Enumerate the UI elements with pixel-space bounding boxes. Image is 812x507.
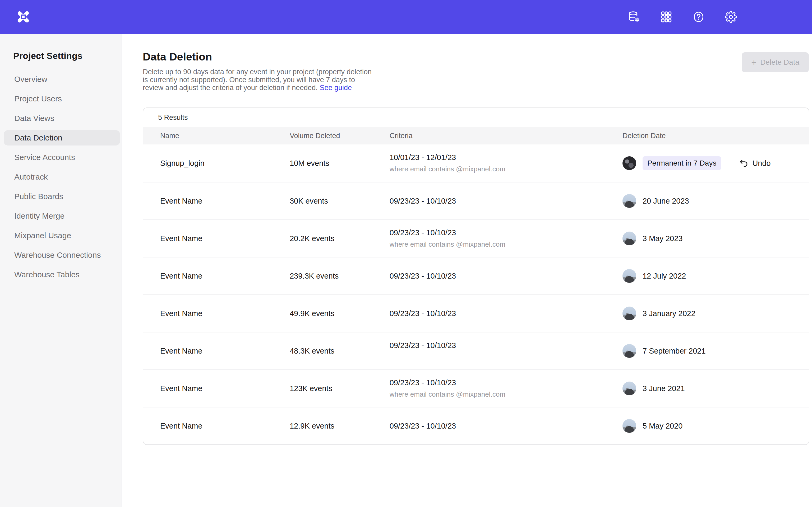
sidebar-item-mixpanel-usage[interactable]: Mixpanel Usage xyxy=(4,228,120,243)
criteria-cell: 09/23/23 - 10/10/23 where email contains… xyxy=(390,228,622,248)
user-avatar xyxy=(622,156,636,170)
user-avatar xyxy=(622,232,636,245)
deletion-date-cell: 20 June 2023 xyxy=(622,194,809,208)
app-window: Project Settings Overview Project Users … xyxy=(0,0,812,507)
sidebar-nav: Overview Project Users Data Views Data D… xyxy=(0,71,121,282)
sidebar-item-warehouse-tables[interactable]: Warehouse Tables xyxy=(4,267,120,282)
deletion-date-cell: Permanent in 7 Days Undo xyxy=(622,156,809,170)
criteria-cell: 09/23/23 - 10/10/23 xyxy=(390,197,622,206)
sidebar-item-service-accounts[interactable]: Service Accounts xyxy=(4,150,120,165)
sidebar-item-data-views[interactable]: Data Views xyxy=(4,111,120,126)
column-header-volume: Volume Deleted xyxy=(290,132,390,140)
user-avatar xyxy=(622,344,636,358)
sidebar-item-public-boards[interactable]: Public Boards xyxy=(4,189,120,204)
name-cell: Event Name xyxy=(143,234,290,243)
sidebar-item-identity-merge[interactable]: Identity Merge xyxy=(4,208,120,224)
table-row: Event Name 20.2K events 09/23/23 - 10/10… xyxy=(143,219,809,257)
undo-icon xyxy=(739,158,749,168)
user-avatar xyxy=(622,194,636,208)
column-header-deletion-date: Deletion Date xyxy=(622,132,809,140)
criteria-cell: 09/23/23 - 10/10/23 xyxy=(390,272,622,280)
table-row: Event Name 30K events 09/23/23 - 10/10/2… xyxy=(143,182,809,219)
page-description: Delete up to 90 days data for any event … xyxy=(143,68,377,92)
user-avatar xyxy=(622,269,636,283)
volume-cell: 12.9K events xyxy=(290,422,390,431)
apps-grid-icon[interactable] xyxy=(660,11,672,23)
user-avatar xyxy=(622,306,636,320)
criteria-cell: 10/01/23 - 12/01/23 where email contains… xyxy=(390,153,622,173)
sidebar-item-warehouse-connections[interactable]: Warehouse Connections xyxy=(4,247,120,263)
name-cell: Event Name xyxy=(143,384,290,393)
table-row: Event Name 49.9K events 09/23/23 - 10/10… xyxy=(143,294,809,332)
criteria-cell: 09/23/23 - 10/10/23 xyxy=(390,422,622,431)
deletion-requests-card: 5 Results Name Volume Deleted Criteria D… xyxy=(143,108,809,445)
top-navigation-bar xyxy=(0,0,812,34)
settings-gear-icon[interactable] xyxy=(725,11,737,23)
sidebar-title: Project Settings xyxy=(13,51,121,61)
criteria-cell: 09/23/23 - 10/10/23 xyxy=(390,309,622,318)
deletion-date-cell: 7 September 2021 xyxy=(622,344,809,358)
name-cell: Event Name xyxy=(143,309,290,318)
plus-icon: + xyxy=(751,58,757,67)
sidebar-item-data-deletion[interactable]: Data Deletion xyxy=(4,130,120,146)
name-cell: Signup_login xyxy=(143,159,290,168)
criteria-cell: 09/23/23 - 10/10/23 where email contains… xyxy=(390,378,622,398)
volume-cell: 30K events xyxy=(290,197,390,206)
topbar-icon-group xyxy=(628,11,737,23)
table-row: Signup_login 10M events 10/01/23 - 12/01… xyxy=(143,145,809,182)
name-cell: Event Name xyxy=(143,347,290,355)
data-management-icon[interactable] xyxy=(628,11,640,23)
settings-sidebar: Project Settings Overview Project Users … xyxy=(0,34,122,507)
mixpanel-logo-icon[interactable] xyxy=(16,9,31,24)
deletion-date-cell: 3 January 2022 xyxy=(622,306,809,320)
volume-cell: 48.3K events xyxy=(290,347,390,355)
name-cell: Event Name xyxy=(143,272,290,280)
volume-cell: 239.3K events xyxy=(290,272,390,280)
column-header-criteria: Criteria xyxy=(390,132,622,140)
volume-cell: 123K events xyxy=(290,384,390,393)
deletion-date-cell: 3 June 2021 xyxy=(622,382,809,395)
sidebar-item-project-users[interactable]: Project Users xyxy=(4,91,120,106)
volume-cell: 49.9K events xyxy=(290,309,390,318)
permanent-badge: Permanent in 7 Days xyxy=(643,156,721,170)
page-title: Data Deletion xyxy=(143,51,812,63)
delete-data-button[interactable]: + Delete Data xyxy=(742,52,809,72)
volume-cell: 20.2K events xyxy=(290,234,390,243)
user-avatar xyxy=(622,419,636,433)
criteria-cell: 09/23/23 - 10/10/23 xyxy=(390,341,622,361)
sidebar-item-autotrack[interactable]: Autotrack xyxy=(4,169,120,184)
name-cell: Event Name xyxy=(143,197,290,206)
deletion-date-cell: 5 May 2020 xyxy=(622,419,809,433)
table-header-row: Name Volume Deleted Criteria Deletion Da… xyxy=(143,127,809,145)
help-icon[interactable] xyxy=(693,11,705,23)
name-cell: Event Name xyxy=(143,422,290,431)
table-row: Event Name 239.3K events 09/23/23 - 10/1… xyxy=(143,257,809,294)
undo-button[interactable]: Undo xyxy=(739,158,770,168)
table-row: Event Name 48.3K events 09/23/23 - 10/10… xyxy=(143,332,809,370)
volume-cell: 10M events xyxy=(290,159,390,168)
table-row: Event Name 123K events 09/23/23 - 10/10/… xyxy=(143,370,809,407)
deletion-date-cell: 3 May 2023 xyxy=(622,232,809,245)
user-avatar xyxy=(622,382,636,395)
table-row: Event Name 12.9K events 09/23/23 - 10/10… xyxy=(143,407,809,444)
sidebar-item-overview[interactable]: Overview xyxy=(4,71,120,87)
see-guide-link[interactable]: See guide xyxy=(319,84,352,92)
results-count: 5 Results xyxy=(143,108,809,127)
column-header-name: Name xyxy=(143,132,290,140)
main-content: Data Deletion Delete up to 90 days data … xyxy=(122,34,812,507)
deletion-date-cell: 12 July 2022 xyxy=(622,269,809,283)
